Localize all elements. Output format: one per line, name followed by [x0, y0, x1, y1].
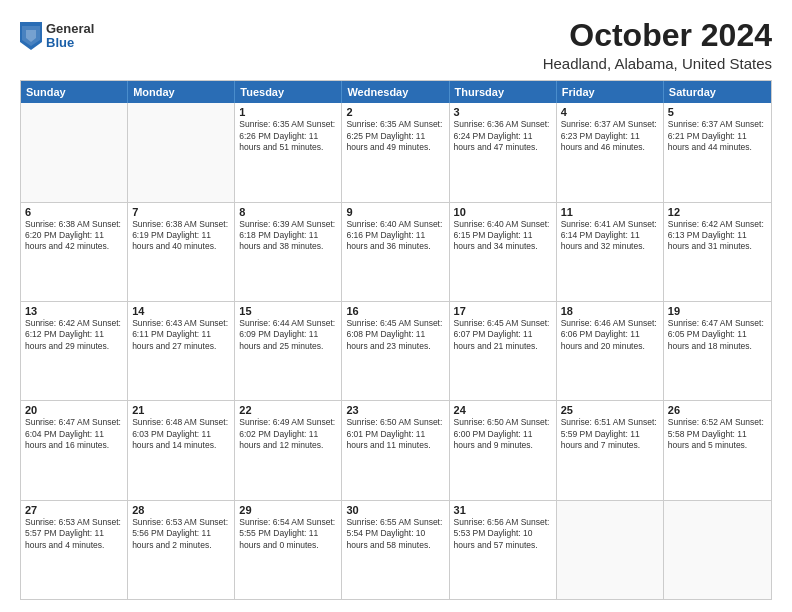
day-number: 22: [239, 404, 337, 416]
cal-cell: 1Sunrise: 6:35 AM Sunset: 6:26 PM Daylig…: [235, 103, 342, 201]
cal-cell: 12Sunrise: 6:42 AM Sunset: 6:13 PM Dayli…: [664, 203, 771, 301]
day-number: 17: [454, 305, 552, 317]
logo: General Blue: [20, 22, 94, 51]
day-number: 20: [25, 404, 123, 416]
cell-info: Sunrise: 6:39 AM Sunset: 6:18 PM Dayligh…: [239, 219, 337, 253]
cell-info: Sunrise: 6:47 AM Sunset: 6:04 PM Dayligh…: [25, 417, 123, 451]
cell-info: Sunrise: 6:35 AM Sunset: 6:25 PM Dayligh…: [346, 119, 444, 153]
day-number: 18: [561, 305, 659, 317]
calendar-body: 1Sunrise: 6:35 AM Sunset: 6:26 PM Daylig…: [21, 103, 771, 599]
day-number: 10: [454, 206, 552, 218]
cell-info: Sunrise: 6:48 AM Sunset: 6:03 PM Dayligh…: [132, 417, 230, 451]
header-day-sunday: Sunday: [21, 81, 128, 103]
cal-cell: 10Sunrise: 6:40 AM Sunset: 6:15 PM Dayli…: [450, 203, 557, 301]
day-number: 21: [132, 404, 230, 416]
logo-text: General Blue: [46, 22, 94, 51]
cell-info: Sunrise: 6:43 AM Sunset: 6:11 PM Dayligh…: [132, 318, 230, 352]
cell-info: Sunrise: 6:46 AM Sunset: 6:06 PM Dayligh…: [561, 318, 659, 352]
cell-info: Sunrise: 6:51 AM Sunset: 5:59 PM Dayligh…: [561, 417, 659, 451]
cell-info: Sunrise: 6:41 AM Sunset: 6:14 PM Dayligh…: [561, 219, 659, 253]
day-number: 23: [346, 404, 444, 416]
cal-cell: 20Sunrise: 6:47 AM Sunset: 6:04 PM Dayli…: [21, 401, 128, 499]
day-number: 6: [25, 206, 123, 218]
cal-cell: [557, 501, 664, 599]
cell-info: Sunrise: 6:38 AM Sunset: 6:20 PM Dayligh…: [25, 219, 123, 253]
cal-cell: 15Sunrise: 6:44 AM Sunset: 6:09 PM Dayli…: [235, 302, 342, 400]
day-number: 13: [25, 305, 123, 317]
day-number: 9: [346, 206, 444, 218]
cal-cell: 16Sunrise: 6:45 AM Sunset: 6:08 PM Dayli…: [342, 302, 449, 400]
cal-cell: 8Sunrise: 6:39 AM Sunset: 6:18 PM Daylig…: [235, 203, 342, 301]
cell-info: Sunrise: 6:49 AM Sunset: 6:02 PM Dayligh…: [239, 417, 337, 451]
day-number: 1: [239, 106, 337, 118]
cal-cell: 25Sunrise: 6:51 AM Sunset: 5:59 PM Dayli…: [557, 401, 664, 499]
cal-cell: 27Sunrise: 6:53 AM Sunset: 5:57 PM Dayli…: [21, 501, 128, 599]
cal-cell: [128, 103, 235, 201]
day-number: 30: [346, 504, 444, 516]
cal-cell: 31Sunrise: 6:56 AM Sunset: 5:53 PM Dayli…: [450, 501, 557, 599]
cal-cell: 6Sunrise: 6:38 AM Sunset: 6:20 PM Daylig…: [21, 203, 128, 301]
week-row-2: 13Sunrise: 6:42 AM Sunset: 6:12 PM Dayli…: [21, 301, 771, 400]
day-number: 11: [561, 206, 659, 218]
day-number: 25: [561, 404, 659, 416]
cal-cell: [664, 501, 771, 599]
cal-cell: 17Sunrise: 6:45 AM Sunset: 6:07 PM Dayli…: [450, 302, 557, 400]
calendar-header: SundayMondayTuesdayWednesdayThursdayFrid…: [21, 81, 771, 103]
page: General Blue October 2024 Headland, Alab…: [0, 0, 792, 612]
logo-blue: Blue: [46, 36, 94, 50]
cal-cell: 24Sunrise: 6:50 AM Sunset: 6:00 PM Dayli…: [450, 401, 557, 499]
header-day-wednesday: Wednesday: [342, 81, 449, 103]
header: General Blue October 2024 Headland, Alab…: [20, 18, 772, 72]
day-number: 15: [239, 305, 337, 317]
cell-info: Sunrise: 6:50 AM Sunset: 6:01 PM Dayligh…: [346, 417, 444, 451]
cal-cell: 13Sunrise: 6:42 AM Sunset: 6:12 PM Dayli…: [21, 302, 128, 400]
cell-info: Sunrise: 6:38 AM Sunset: 6:19 PM Dayligh…: [132, 219, 230, 253]
day-number: 28: [132, 504, 230, 516]
cal-cell: 2Sunrise: 6:35 AM Sunset: 6:25 PM Daylig…: [342, 103, 449, 201]
day-number: 5: [668, 106, 767, 118]
cell-info: Sunrise: 6:42 AM Sunset: 6:13 PM Dayligh…: [668, 219, 767, 253]
cell-info: Sunrise: 6:44 AM Sunset: 6:09 PM Dayligh…: [239, 318, 337, 352]
header-day-thursday: Thursday: [450, 81, 557, 103]
day-number: 31: [454, 504, 552, 516]
day-number: 14: [132, 305, 230, 317]
cal-cell: 22Sunrise: 6:49 AM Sunset: 6:02 PM Dayli…: [235, 401, 342, 499]
day-number: 24: [454, 404, 552, 416]
cell-info: Sunrise: 6:52 AM Sunset: 5:58 PM Dayligh…: [668, 417, 767, 451]
cal-cell: 4Sunrise: 6:37 AM Sunset: 6:23 PM Daylig…: [557, 103, 664, 201]
cal-cell: 3Sunrise: 6:36 AM Sunset: 6:24 PM Daylig…: [450, 103, 557, 201]
day-number: 26: [668, 404, 767, 416]
day-number: 3: [454, 106, 552, 118]
calendar: SundayMondayTuesdayWednesdayThursdayFrid…: [20, 80, 772, 600]
week-row-3: 20Sunrise: 6:47 AM Sunset: 6:04 PM Dayli…: [21, 400, 771, 499]
cal-cell: 23Sunrise: 6:50 AM Sunset: 6:01 PM Dayli…: [342, 401, 449, 499]
title-block: October 2024 Headland, Alabama, United S…: [543, 18, 772, 72]
week-row-1: 6Sunrise: 6:38 AM Sunset: 6:20 PM Daylig…: [21, 202, 771, 301]
cal-cell: 11Sunrise: 6:41 AM Sunset: 6:14 PM Dayli…: [557, 203, 664, 301]
cell-info: Sunrise: 6:50 AM Sunset: 6:00 PM Dayligh…: [454, 417, 552, 451]
cell-info: Sunrise: 6:35 AM Sunset: 6:26 PM Dayligh…: [239, 119, 337, 153]
cal-cell: 29Sunrise: 6:54 AM Sunset: 5:55 PM Dayli…: [235, 501, 342, 599]
location-title: Headland, Alabama, United States: [543, 55, 772, 72]
cell-info: Sunrise: 6:36 AM Sunset: 6:24 PM Dayligh…: [454, 119, 552, 153]
cell-info: Sunrise: 6:53 AM Sunset: 5:56 PM Dayligh…: [132, 517, 230, 551]
logo-general: General: [46, 22, 94, 36]
month-title: October 2024: [543, 18, 772, 53]
cal-cell: 30Sunrise: 6:55 AM Sunset: 5:54 PM Dayli…: [342, 501, 449, 599]
cal-cell: 7Sunrise: 6:38 AM Sunset: 6:19 PM Daylig…: [128, 203, 235, 301]
logo-icon: [20, 22, 42, 50]
cell-info: Sunrise: 6:37 AM Sunset: 6:21 PM Dayligh…: [668, 119, 767, 153]
day-number: 29: [239, 504, 337, 516]
cal-cell: 9Sunrise: 6:40 AM Sunset: 6:16 PM Daylig…: [342, 203, 449, 301]
cell-info: Sunrise: 6:56 AM Sunset: 5:53 PM Dayligh…: [454, 517, 552, 551]
cell-info: Sunrise: 6:40 AM Sunset: 6:16 PM Dayligh…: [346, 219, 444, 253]
header-day-saturday: Saturday: [664, 81, 771, 103]
cal-cell: 21Sunrise: 6:48 AM Sunset: 6:03 PM Dayli…: [128, 401, 235, 499]
day-number: 4: [561, 106, 659, 118]
cal-cell: 19Sunrise: 6:47 AM Sunset: 6:05 PM Dayli…: [664, 302, 771, 400]
week-row-0: 1Sunrise: 6:35 AM Sunset: 6:26 PM Daylig…: [21, 103, 771, 201]
cal-cell: 5Sunrise: 6:37 AM Sunset: 6:21 PM Daylig…: [664, 103, 771, 201]
cal-cell: 28Sunrise: 6:53 AM Sunset: 5:56 PM Dayli…: [128, 501, 235, 599]
cell-info: Sunrise: 6:53 AM Sunset: 5:57 PM Dayligh…: [25, 517, 123, 551]
cell-info: Sunrise: 6:42 AM Sunset: 6:12 PM Dayligh…: [25, 318, 123, 352]
